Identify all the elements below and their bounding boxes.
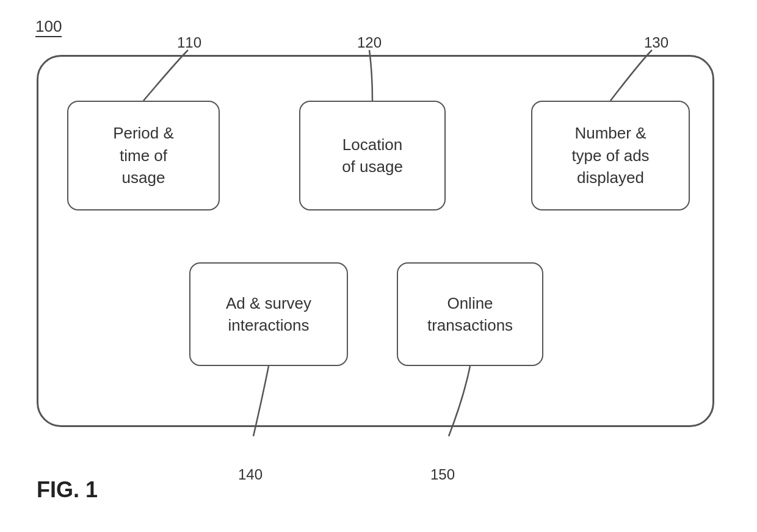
- box-online-transactions-label: Online transactions: [427, 292, 513, 337]
- box-number-type-ads-label: Number & type of ads displayed: [571, 122, 649, 189]
- box-location-label: Location of usage: [342, 134, 403, 178]
- box-period-time-label: Period & time of usage: [113, 122, 174, 189]
- box-location: Location of usage: [299, 101, 446, 210]
- box-ad-survey: Ad & survey interactions: [189, 262, 348, 366]
- figure-label: FIG. 1: [37, 477, 98, 503]
- ref-label-140: 140: [238, 466, 263, 483]
- ref-label-130: 130: [644, 34, 668, 51]
- ref-label-150: 150: [430, 466, 455, 483]
- page-container: 100 Period & time of usage Location of u…: [0, 0, 757, 532]
- main-diagram-label: 100: [35, 17, 62, 36]
- box-number-type-ads: Number & type of ads displayed: [531, 101, 690, 210]
- box-ad-survey-label: Ad & survey interactions: [226, 292, 311, 337]
- box-period-time: Period & time of usage: [67, 101, 220, 210]
- ref-label-120: 120: [357, 34, 382, 51]
- ref-label-110: 110: [177, 34, 201, 51]
- box-online-transactions: Online transactions: [397, 262, 543, 366]
